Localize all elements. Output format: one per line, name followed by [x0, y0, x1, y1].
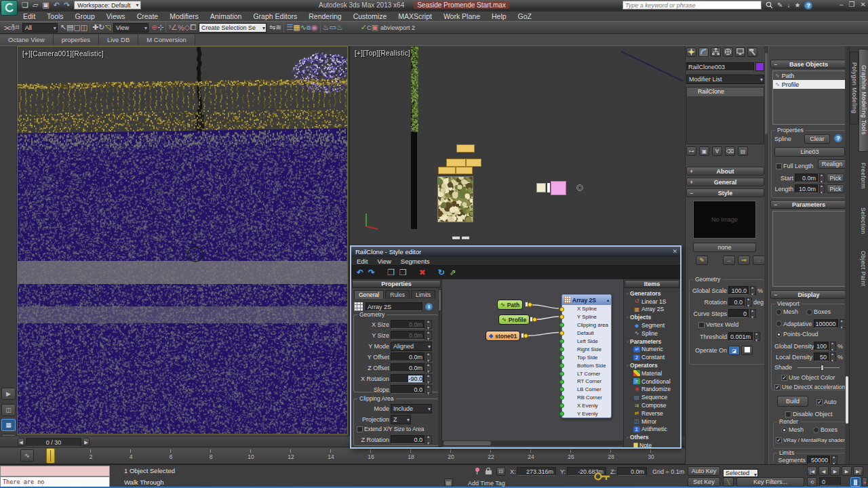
clip-z-rotation-field[interactable]: 0.0	[391, 435, 425, 444]
pan-view-icon[interactable]: ▐▌	[850, 477, 861, 487]
points-cloud-radio[interactable]	[776, 331, 782, 338]
global-density-spinner[interactable]	[830, 342, 836, 350]
slope-field[interactable]: 0.0	[391, 385, 425, 394]
input-socket[interactable]	[559, 355, 564, 360]
clip-z-rotation-spinner[interactable]	[426, 435, 432, 444]
open-file-icon[interactable]	[33, 1, 38, 9]
node-path[interactable]: Path	[497, 300, 523, 310]
ribbon-tab-graphite[interactable]: Graphite Modeling Tools	[859, 49, 868, 152]
array-input-row[interactable]: Top Side	[562, 353, 611, 361]
style-name-field[interactable]: Array 2S	[366, 302, 422, 311]
ribbon-section-object-paint[interactable]: Object Paint	[860, 251, 867, 287]
help-icon[interactable]: ?	[804, 1, 812, 9]
named-sets-icon[interactable]	[190, 23, 196, 32]
tab-limits[interactable]: Limits	[411, 290, 435, 299]
y-size-field[interactable]: 0.0m	[391, 331, 425, 340]
export-icon[interactable]	[450, 268, 456, 277]
set-keys-brush-icon[interactable]: ╲	[723, 477, 734, 487]
array-input-row[interactable]: X Evenly	[562, 402, 611, 410]
input-socket[interactable]	[559, 323, 564, 327]
percent-snap-icon[interactable]	[178, 24, 184, 32]
clear-button[interactable]: Clear	[804, 134, 830, 144]
info-icon[interactable]: i	[425, 303, 433, 310]
array-input-row[interactable]: Right Side	[562, 345, 611, 353]
input-socket[interactable]	[559, 314, 564, 319]
schematic-view-icon[interactable]	[307, 23, 311, 32]
node-stone01[interactable]: stone01	[486, 331, 520, 341]
workspace-dropdown[interactable]: Workspace: Default	[74, 1, 140, 9]
undo-icon[interactable]	[357, 268, 363, 277]
node-array2s[interactable]: Array 2S▴ X Spline Y Spline Clipping are…	[561, 294, 612, 418]
menu-create[interactable]: Create	[137, 12, 159, 20]
menu-modifiers[interactable]: Modifiers	[170, 12, 199, 20]
curve-editor-icon[interactable]	[300, 23, 307, 32]
input-socket[interactable]	[559, 387, 564, 392]
input-socket[interactable]	[559, 347, 564, 352]
favorites-star-icon[interactable]	[794, 1, 800, 9]
path-output-socket[interactable]	[528, 302, 532, 307]
stack-item-railclone[interactable]: RailClone	[687, 87, 764, 96]
tab-properties[interactable]: properties	[54, 35, 99, 45]
camera-viewport[interactable]: [+][Camera001][Realistic]	[17, 46, 348, 434]
stone01-output-socket[interactable]	[524, 333, 528, 338]
tab-octane-view[interactable]: Octane View	[0, 35, 54, 45]
configure-modifier-icon[interactable]: ▤	[738, 146, 748, 156]
modifier-stack[interactable]: RailClone	[686, 87, 764, 144]
array-input-row[interactable]: LB Corner	[562, 386, 611, 394]
pin-stack-icon[interactable]: ⊶	[686, 146, 696, 156]
close-button[interactable]	[861, 1, 866, 8]
rollout-display[interactable]: Display	[770, 290, 847, 299]
angle-snap-icon[interactable]	[171, 23, 178, 32]
scale-icon[interactable]	[105, 23, 111, 32]
render-mesh-radio[interactable]	[781, 427, 787, 433]
key-mode-toggle-button[interactable]: ⟲	[807, 477, 817, 487]
isolate-pin-icon[interactable]	[475, 468, 480, 474]
item-spline[interactable]: ∿Spline	[624, 329, 680, 338]
set-key-button[interactable]: Set Key	[688, 477, 720, 487]
dialog-close-icon[interactable]	[672, 247, 677, 257]
select-by-name-icon[interactable]	[66, 23, 73, 32]
next-frame-button[interactable]: ▶	[83, 438, 90, 446]
base-object-path-row[interactable]: Path	[773, 71, 845, 80]
merge-style-icon[interactable]: ⇒	[738, 256, 750, 265]
rollout-style[interactable]: Style	[686, 188, 764, 197]
rect-region-icon[interactable]	[73, 23, 80, 32]
rendered-frame-icon[interactable]	[329, 23, 336, 32]
item-linear1s[interactable]: ↺Linear 1S	[624, 298, 680, 306]
maximize-button[interactable]	[849, 1, 855, 8]
x-coord-field[interactable]: 273.316m	[517, 467, 556, 476]
orbit-view-icon[interactable]: ●	[862, 477, 867, 487]
play-button[interactable]: ▶	[830, 466, 840, 476]
menu-customize[interactable]: Customize	[353, 12, 387, 20]
selection-lock-icon[interactable]	[486, 468, 492, 474]
input-socket[interactable]	[559, 395, 564, 400]
menu-help[interactable]: Help	[492, 12, 507, 20]
x-size-field[interactable]: 0.0m	[391, 320, 425, 329]
full-length-checkbox[interactable]	[776, 163, 782, 169]
segments-field[interactable]: 50000	[807, 455, 830, 464]
menu-edit[interactable]: Edit	[23, 12, 35, 20]
viewport-box-icon[interactable]	[371, 23, 378, 32]
tab-rules[interactable]: Rules	[385, 290, 410, 299]
menu-work-plane[interactable]: Work Plane	[443, 12, 480, 20]
maxscript-mini-listener-pink[interactable]	[0, 466, 110, 476]
z-offset-spinner[interactable]	[426, 363, 432, 372]
expand-arrow-button[interactable]: ▶	[1, 388, 16, 400]
render-setup-icon[interactable]	[323, 23, 330, 32]
material-editor-icon[interactable]	[311, 23, 318, 32]
menu-rendering[interactable]: Rendering	[309, 12, 341, 20]
y-offset-field[interactable]: 0.0m	[391, 352, 425, 361]
array-input-row[interactable]: Left Side	[562, 338, 611, 346]
item-segment[interactable]: ◆Segment	[624, 321, 680, 329]
base-object-profile-row[interactable]: Profile	[773, 80, 845, 89]
item-note[interactable]: Note	[624, 441, 680, 447]
selection-set-dropdown[interactable]: Create Selection Se	[199, 23, 267, 33]
track-bar[interactable]: ∿ 0 2 4 6 8 10 12 14 16 18 20 22 24 26 2…	[0, 448, 685, 464]
segments-spinner[interactable]	[831, 455, 837, 464]
profile-output-socket[interactable]	[532, 317, 537, 322]
base-objects-list[interactable]: Path Profile	[772, 70, 846, 125]
rollout-parameters[interactable]: Parameters	[770, 200, 847, 209]
mirror-icon[interactable]	[269, 23, 275, 32]
max-logo-icon[interactable]	[1, 0, 18, 16]
picked-object-button[interactable]: Line03	[774, 147, 845, 157]
